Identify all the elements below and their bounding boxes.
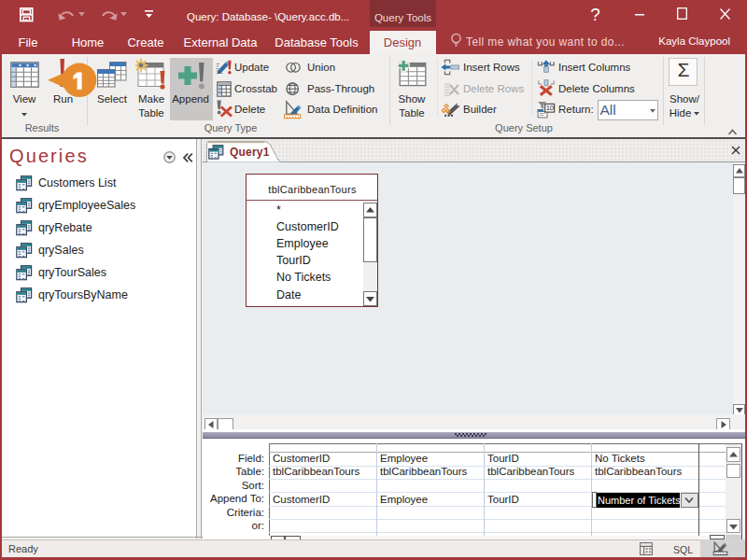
svg-text:10: 10 (546, 104, 554, 112)
